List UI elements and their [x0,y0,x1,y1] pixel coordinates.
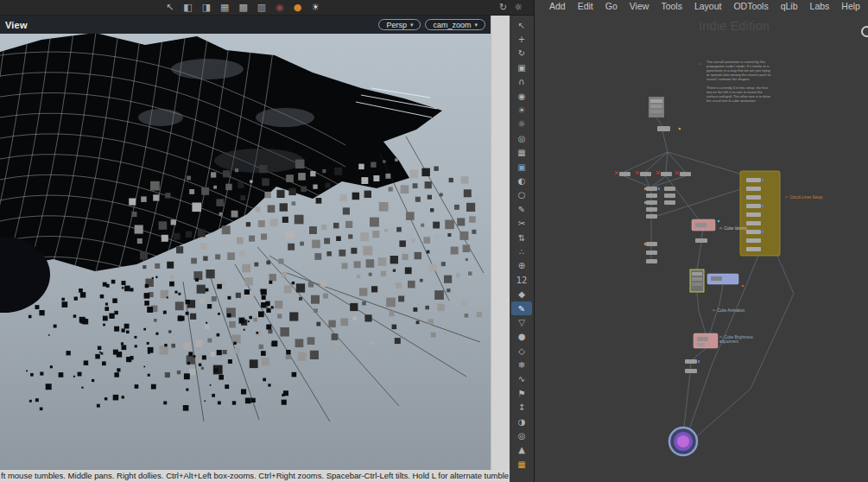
camera-label: cam_zoom [433,21,471,29]
image-plane-icon[interactable]: ▣ [511,160,532,174]
main-toolbar: ↖◧◨▦▩▥◉●☀ ↻☼ [0,0,534,16]
menu-labs[interactable]: Labs [804,1,836,11]
gear-icon[interactable]: ☼ [514,0,523,16]
camera-select-button[interactable]: cam_zoom ▾ [425,19,485,30]
node-cube-animation[interactable] [707,274,738,284]
toolbar-right-icons: ↻☼ [499,0,523,16]
node-graph[interactable] [535,0,868,482]
pane-layout-icon[interactable]: ◨ [202,0,211,16]
lock-icon[interactable]: ◉ [511,89,532,103]
viewport-gutter [491,16,510,470]
record-icon[interactable]: ◉ [276,0,284,16]
rotate-tool-icon[interactable]: ↻ [511,47,532,60]
prism-icon[interactable]: ◇ [511,344,532,358]
snap-magnet-icon[interactable]: ∩ [511,75,532,89]
pin-circle-icon[interactable] [861,26,868,37]
menu-odtools[interactable]: ODTools [727,1,774,11]
grid-snap-icon[interactable]: ▦ [220,0,229,16]
grid-icon[interactable]: ▦ [511,146,532,160]
menu-help[interactable]: Help [835,1,866,11]
network-nodes[interactable] [615,97,780,455]
pencil-icon[interactable]: ✎ [511,202,532,216]
light-icon[interactable]: ☀ [511,103,532,117]
select-mode-icon[interactable]: ↖ [166,0,174,16]
houdini-window: ↖◧◨▦▩▥◉●☀ ↻☼ [0,0,868,482]
multi-pane-icon[interactable]: ▩ [238,0,247,16]
node-cube-identity[interactable] [692,219,715,231]
annotation-cube-identity: <- Cube Identity [719,226,747,231]
up-icon[interactable]: ▲ [511,443,532,457]
viewport-help-text: ft mouse tumbles. Middle pans. Right dol… [0,470,510,482]
projection-persp-button[interactable]: Persp ▾ [378,19,421,30]
viewport-title: View [5,20,28,30]
sort-icon[interactable]: ⇅ [511,231,532,244]
point-count-icon[interactable]: 12 [511,273,532,287]
move-tool-icon[interactable]: + [511,32,532,46]
menu-qlib[interactable]: qLib [775,1,804,11]
node-cube-brightness[interactable] [694,333,718,348]
flag-icon[interactable]: ⚑ [511,386,532,400]
network-box-circuit-lines[interactable] [740,171,780,256]
menu-view[interactable]: View [624,1,656,11]
chevron-down-icon: ▾ [410,22,414,29]
menu-tools[interactable]: Tools [655,1,688,11]
menu-go[interactable]: Go [599,1,624,11]
scissors-icon[interactable]: ✂ [511,216,532,230]
node-selected[interactable] [690,270,704,292]
tab-stack-icon[interactable]: ▥ [257,0,266,16]
network-menubar: AddEditGoViewToolsLayoutODToolsqLibLabsH… [535,0,868,12]
scale-tool-icon[interactable]: ▣ [511,60,532,74]
node-flag-badges [644,128,744,363]
height-icon[interactable]: ↕ [511,401,532,415]
sync-icon[interactable]: ↻ [499,0,507,16]
output-node[interactable] [669,428,697,455]
render-settings-icon[interactable]: ☀ [311,0,320,16]
camera-icon[interactable]: ◎ [511,131,532,145]
lamp-icon[interactable]: ☼ [511,117,532,131]
sphere-icon[interactable]: ● [511,330,532,344]
sticky-note[interactable]: There's currently 3 in this setup, the f… [706,86,774,103]
scene-viewport[interactable]: View Persp ▾ cam_zoom ▾ [0,16,491,470]
status-dot-icon[interactable]: ● [294,0,302,16]
select-arrow-icon[interactable]: ↖ [511,18,532,32]
cone-icon[interactable]: ▽ [511,315,532,329]
annotation-cube-brightness: <- Cube Brightness adjustment [719,335,757,345]
toolbar-icon-group: ↖◧◨▦▩▥◉●☀ [166,0,320,16]
note-pointer: <-- [698,61,702,66]
viewport-header: View Persp ▾ cam_zoom ▾ [0,16,491,34]
points-icon[interactable]: ∴ [511,244,532,258]
display-toolbar: ↖+↻▣∩◉☀☼◎▦▣◐○✎✂⇅∴⊕12◆✎▽●◇❄∿⚑↕◑◎▲▦ [510,16,534,482]
projection-label: Persp [386,21,407,29]
menu-edit[interactable]: Edit [572,1,599,11]
annotation-circuit-lines: <- Circuit Lines Setup [785,195,822,200]
viewport-canvas[interactable] [0,16,491,470]
menu-layout[interactable]: Layout [688,1,728,11]
paint-selected-icon[interactable]: ✎ [511,301,532,315]
chevron-down-icon: ▾ [474,22,478,29]
sticky-note[interactable]: The overall animation is control by this… [706,60,774,81]
wave-icon[interactable]: ∿ [511,372,532,386]
wireframe-icon[interactable]: ○ [511,188,532,202]
shading-icon[interactable]: ◐ [511,174,532,187]
menu-add[interactable]: Add [543,1,572,11]
diamond-icon[interactable]: ◆ [511,287,532,301]
target-icon[interactable]: ◎ [511,428,532,442]
snowflake-icon[interactable]: ❄ [511,358,532,371]
color-palette-icon[interactable]: ▦ [511,457,532,471]
viewport-split-icon[interactable]: ◧ [183,0,192,16]
annotation-cube-animation: <- Cube Animation [713,308,744,313]
axis-icon[interactable]: ⊕ [511,259,532,273]
camera-controls: Persp ▾ cam_zoom ▾ [378,19,485,30]
half-shade-icon[interactable]: ◑ [511,415,532,428]
network-editor[interactable]: AddEditGoViewToolsLayoutODToolsqLibLabsH… [534,0,868,482]
